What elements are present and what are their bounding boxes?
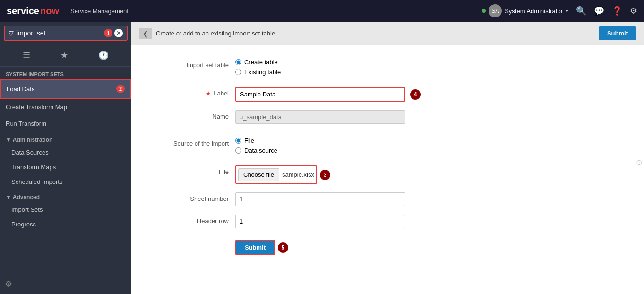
submit-group: Submit 5 xyxy=(235,240,616,255)
sidebar-item-run-transform[interactable]: Run Transform xyxy=(0,115,131,132)
sidebar-item-scheduled-imports[interactable]: Scheduled Imports xyxy=(0,174,131,189)
required-star: ★ xyxy=(206,90,211,97)
name-field-label: Name xyxy=(160,110,235,120)
gear-icon[interactable]: ⚙ xyxy=(630,6,637,16)
file-option[interactable]: File xyxy=(235,137,616,144)
header-row-row: Header row xyxy=(160,215,616,228)
sidebar-item-transform-maps[interactable]: Transform Maps xyxy=(0,160,131,174)
administration-section[interactable]: ▼ Administration xyxy=(0,132,131,145)
load-data-label: Load Data xyxy=(7,86,35,93)
search-bar: ▽ 1 ✕ xyxy=(4,26,128,41)
file-row: File Choose file sample.xlsx 3 xyxy=(160,165,616,184)
scroll-indicator: ⊙ xyxy=(636,158,642,167)
logo-service: service xyxy=(7,6,39,17)
layout: ▽ 1 ✕ ☰ ★ 🕐 System Import Sets Load Data… xyxy=(0,22,644,294)
existing-table-option[interactable]: Existing table xyxy=(235,69,616,76)
sheet-number-input[interactable] xyxy=(235,192,405,206)
submit-wrapper: Submit 5 xyxy=(235,240,288,255)
sidebar-item-create-transform-map[interactable]: Create Transform Map xyxy=(0,99,131,115)
advanced-section[interactable]: ▼ Advanced xyxy=(0,189,131,202)
sheet-number-group xyxy=(235,192,616,206)
create-table-option[interactable]: Create table xyxy=(235,59,616,66)
form-area: Import set table Create table Existing t… xyxy=(131,45,644,294)
submit-top-button[interactable]: Submit xyxy=(599,26,636,40)
create-transform-map-label: Create Transform Map xyxy=(6,104,67,111)
data-source-radio[interactable] xyxy=(235,147,241,154)
app-title: Service Management xyxy=(70,8,129,15)
header-row-group xyxy=(235,215,616,228)
file-field-group: Choose file sample.xlsx 3 xyxy=(235,165,616,184)
main-header: ❮ Create or add to an existing import se… xyxy=(131,22,644,45)
data-source-option[interactable]: Data source xyxy=(235,147,616,154)
step3-badge: 3 xyxy=(320,170,330,180)
file-name-display: sample.xlsx xyxy=(282,171,314,178)
name-field-group xyxy=(235,110,616,124)
load-data-badge: 2 xyxy=(116,85,125,93)
data-sources-label: Data Sources xyxy=(11,149,49,156)
header-row-input[interactable] xyxy=(235,215,405,228)
scheduled-imports-label: Scheduled Imports xyxy=(11,178,62,185)
file-label-radio: File xyxy=(244,137,254,144)
import-sets-label: Import Sets xyxy=(11,206,43,213)
main-content: ❮ Create or add to an existing import se… xyxy=(131,22,644,294)
choose-file-button[interactable]: Choose file xyxy=(238,168,279,181)
sheet-number-label: Sheet number xyxy=(160,192,235,202)
name-row: Name xyxy=(160,110,616,124)
run-transform-label: Run Transform xyxy=(6,120,46,127)
sidebar-item-import-sets[interactable]: Import Sets xyxy=(0,202,131,217)
import-set-table-label: Import set table xyxy=(160,59,235,69)
file-input-wrapper: Choose file sample.xlsx 3 xyxy=(235,165,330,184)
file-radio[interactable] xyxy=(235,138,241,144)
sidebar-icon-row: ☰ ★ 🕐 xyxy=(0,44,131,67)
clock-icon[interactable]: 🕐 xyxy=(96,48,111,62)
sidebar-item-data-sources[interactable]: Data Sources xyxy=(0,145,131,160)
settings-bottom-icon[interactable]: ⚙ xyxy=(5,279,12,289)
existing-table-radio[interactable] xyxy=(235,69,241,75)
sidebar: ▽ 1 ✕ ☰ ★ 🕐 System Import Sets Load Data… xyxy=(0,22,131,294)
label-input[interactable] xyxy=(235,87,405,102)
existing-table-label: Existing table xyxy=(244,69,281,76)
submit-main-button[interactable]: Submit xyxy=(235,240,275,255)
top-nav: servicenow Service Management SA System … xyxy=(0,0,644,22)
step4-badge: 4 xyxy=(410,89,421,100)
source-options: File Data source xyxy=(235,137,616,157)
search-count-badge: 1 xyxy=(104,29,112,37)
filter-icon: ▽ xyxy=(9,29,14,37)
help-icon[interactable]: ❓ xyxy=(612,6,622,16)
sidebar-item-progress[interactable]: Progress xyxy=(0,217,131,232)
section-title: System Import Sets xyxy=(0,67,131,79)
submit-row: Submit 5 xyxy=(160,240,616,255)
header-title: Create or add to an existing import set … xyxy=(156,30,595,37)
logo: servicenow xyxy=(7,6,59,17)
label-row: ★ Label 4 xyxy=(160,87,616,102)
chevron-down-icon: ▾ xyxy=(566,8,568,14)
import-set-table-options: Create table Existing table xyxy=(235,59,616,78)
list-icon[interactable]: ☰ xyxy=(21,48,32,62)
user-area[interactable]: SA System Administrator ▾ xyxy=(481,4,568,17)
label-field-label: ★ Label xyxy=(160,87,235,97)
source-row: Source of the import File Data source xyxy=(160,137,616,157)
file-field-label: File xyxy=(160,165,235,175)
data-source-label-radio: Data source xyxy=(244,147,277,154)
search-clear-button[interactable]: ✕ xyxy=(114,29,123,37)
back-button[interactable]: ❮ xyxy=(139,28,152,39)
label-field-group: 4 xyxy=(235,87,616,102)
transform-maps-label: Transform Maps xyxy=(11,164,56,171)
sidebar-item-load-data[interactable]: Load Data 2 xyxy=(0,79,131,99)
progress-label: Progress xyxy=(11,221,36,228)
nav-icons: SA System Administrator ▾ 🔍 💬 ❓ ⚙ xyxy=(481,4,637,17)
sheet-number-row: Sheet number xyxy=(160,192,616,206)
name-input xyxy=(235,110,405,124)
search-icon[interactable]: 🔍 xyxy=(576,6,586,16)
search-input[interactable] xyxy=(17,29,102,37)
logo-now: now xyxy=(40,6,59,17)
import-set-table-row: Import set table Create table Existing t… xyxy=(160,59,616,78)
file-chooser-box: Choose file sample.xlsx xyxy=(235,165,317,184)
avatar: SA xyxy=(489,4,502,17)
create-table-label: Create table xyxy=(244,59,278,66)
online-indicator xyxy=(482,9,486,13)
star-icon[interactable]: ★ xyxy=(59,48,70,62)
header-row-label: Header row xyxy=(160,215,235,225)
create-table-radio[interactable] xyxy=(235,59,241,65)
chat-icon[interactable]: 💬 xyxy=(594,6,604,16)
